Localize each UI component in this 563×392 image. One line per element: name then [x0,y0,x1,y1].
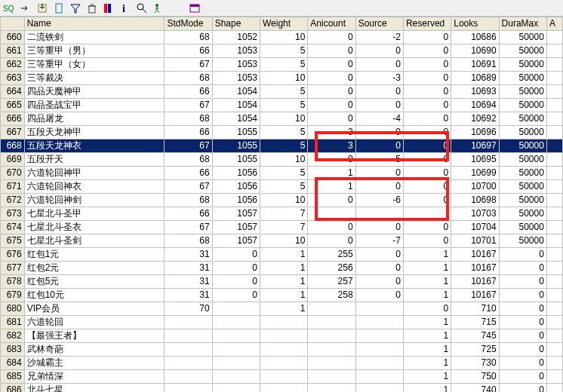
cell-reserved[interactable]: 0 [403,126,451,139]
cell-name[interactable]: 三等重甲（男） [24,44,165,58]
cell-anicount[interactable] [308,207,355,221]
cell-source[interactable]: 0 [355,139,403,153]
cell-stdmode[interactable]: 68 [165,72,212,85]
cell-anicount[interactable]: 0 [308,85,355,99]
cell-anicount[interactable] [308,384,355,393]
cell-weight[interactable]: 5 [260,167,308,180]
cell-looks[interactable]: 715 [451,316,499,329]
cell-shape[interactable] [212,302,260,316]
cell-extra[interactable] [546,44,562,58]
cell-looks[interactable]: 10686 [451,31,499,44]
cell-duramax[interactable]: 0 [499,370,546,384]
header-anicount[interactable]: Anicount [308,17,355,31]
cell-name[interactable]: 五段天龙神甲 [24,126,165,139]
table-row[interactable]: 664四品天魔神甲66105450001069350000 [1,85,563,99]
cell-duramax[interactable]: 50000 [499,85,546,99]
cell-weight[interactable]: 10 [260,234,308,248]
cell-rownum[interactable]: 685 [1,370,25,384]
cell-source[interactable] [355,370,403,384]
cell-source[interactable]: 0 [355,44,403,58]
cell-name[interactable]: 四品屠龙 [24,112,165,126]
cell-shape[interactable]: 1056 [212,194,260,207]
cell-anicount[interactable]: 0 [308,99,355,112]
cell-shape[interactable]: 1053 [212,72,260,85]
cell-rownum[interactable]: 675 [1,234,25,248]
cell-rownum[interactable]: 669 [1,153,25,167]
cell-extra[interactable] [546,99,562,112]
cell-source[interactable] [355,316,403,329]
cell-rownum[interactable]: 677 [1,262,25,275]
cell-duramax[interactable]: 0 [499,357,546,370]
table-row[interactable]: 686北斗七星17400 [1,384,563,393]
cell-stdmode[interactable]: 68 [165,153,212,167]
header-name[interactable]: Name [24,17,165,31]
cell-extra[interactable] [546,153,562,167]
table-row[interactable]: 685兄弟情深17500 [1,370,563,384]
cell-stdmode[interactable] [165,329,212,343]
cell-rownum[interactable]: 668 [1,139,25,153]
cell-name[interactable]: 红包2元 [24,262,165,275]
cell-extra[interactable] [546,275,562,289]
cell-shape[interactable]: 1057 [212,221,260,234]
cell-shape[interactable] [212,343,260,357]
cell-extra[interactable] [546,180,562,194]
cell-shape[interactable] [212,357,260,370]
header-extra[interactable]: A [546,17,562,31]
cell-duramax[interactable]: 50000 [499,44,546,58]
cell-name[interactable]: 三等重甲（女） [24,58,165,72]
cell-extra[interactable] [546,384,562,393]
cell-looks[interactable]: 10696 [451,126,499,139]
cell-anicount[interactable]: 257 [308,275,355,289]
cell-rownum[interactable]: 682 [1,329,25,343]
cell-looks[interactable]: 10700 [451,180,499,194]
cell-stdmode[interactable] [165,343,212,357]
cell-source[interactable]: 0 [355,180,403,194]
cell-anicount[interactable]: 0 [308,44,355,58]
cell-weight[interactable]: 10 [260,153,308,167]
cell-extra[interactable] [546,194,562,207]
cell-weight[interactable]: 7 [260,221,308,234]
cell-extra[interactable] [546,234,562,248]
cell-anicount[interactable]: 0 [308,112,355,126]
cell-anicount[interactable] [308,329,355,343]
cell-stdmode[interactable]: 66 [165,85,212,99]
cell-looks[interactable]: 745 [451,329,499,343]
doc-icon[interactable] [53,2,65,14]
cell-extra[interactable] [546,112,562,126]
cell-weight[interactable] [260,343,308,357]
cell-rownum[interactable]: 684 [1,357,25,370]
info-icon[interactable]: i [119,2,131,14]
table-row[interactable]: 663三等裁决681053100-301068950000 [1,72,563,85]
cell-weight[interactable]: 5 [260,126,308,139]
data-grid[interactable]: Name StdMode Shape Weight Anicount Sourc… [0,17,563,392]
cell-reserved[interactable]: 1 [403,289,451,302]
cell-duramax[interactable]: 0 [499,316,546,329]
cell-source[interactable] [355,384,403,393]
cell-reserved[interactable]: 1 [403,275,451,289]
cell-anicount[interactable]: 0 [308,58,355,72]
cell-extra[interactable] [546,85,562,99]
cell-name[interactable]: 四品圣战宝甲 [24,99,165,112]
cell-looks[interactable]: 740 [451,384,499,393]
cell-shape[interactable]: 0 [212,275,260,289]
cell-name[interactable]: 三等裁决 [24,72,165,85]
table-row[interactable]: 684沙城霸主17300 [1,357,563,370]
cell-rownum[interactable]: 663 [1,72,25,85]
cell-extra[interactable] [546,262,562,275]
cell-stdmode[interactable]: 67 [165,99,212,112]
header-source[interactable]: Source [355,17,403,31]
cell-name[interactable]: 六道轮回神甲 [24,167,165,180]
cell-looks[interactable]: 10167 [451,262,499,275]
cell-source[interactable]: 0 [355,275,403,289]
cell-reserved[interactable]: 0 [403,234,451,248]
cell-duramax[interactable]: 0 [499,343,546,357]
cell-rownum[interactable]: 666 [1,112,25,126]
header-stdmode[interactable]: StdMode [165,17,212,31]
table-row[interactable]: 676红包1元310125501101670 [1,248,563,262]
cell-name[interactable]: 七星北斗圣甲 [24,207,165,221]
cell-source[interactable] [355,357,403,370]
arrow-right-icon[interactable] [20,2,32,14]
cell-duramax[interactable]: 50000 [499,31,546,44]
cell-looks[interactable]: 10691 [451,58,499,72]
cell-shape[interactable] [212,329,260,343]
